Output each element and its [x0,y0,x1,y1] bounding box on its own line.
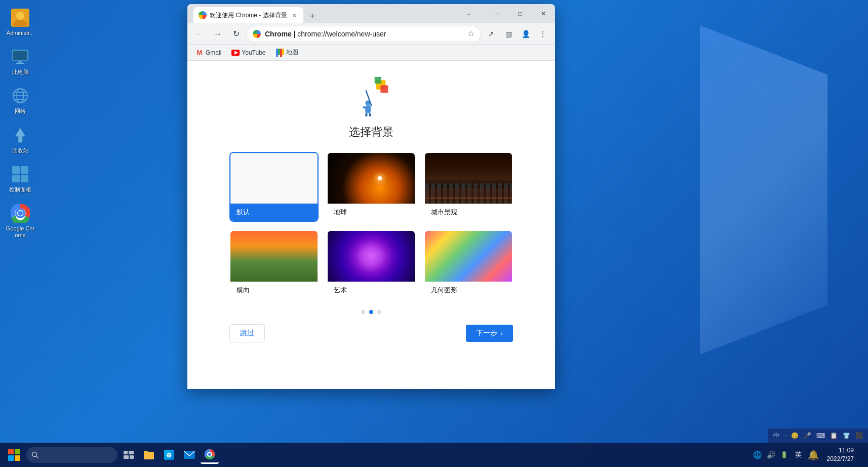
desktop-icon-control[interactable]: 控制面板 [2,162,38,196]
ime-keyboard[interactable]: ⌨ [814,431,827,440]
skip-button[interactable]: 跳过 [229,324,265,342]
desktop-icon-chrome[interactable]: Google Chrome [2,201,38,241]
share-button[interactable]: ↗ [483,26,499,42]
ime-emoji[interactable]: 😊 [789,431,801,440]
svg-rect-13 [21,166,28,174]
bg-label-default: 默认 [230,204,318,221]
profile-button[interactable]: 👤 [518,26,534,42]
chrome-desktop-icon [10,203,30,223]
bg-card-landscape[interactable]: 横向 [229,230,319,300]
store-button[interactable]: ⊕ [160,446,178,464]
chrome-taskbar-button[interactable] [201,446,219,464]
desktop-icon-computer[interactable]: 此电脑 [2,44,38,78]
bg-card-geo[interactable]: 几何图形 [424,230,513,300]
bookmark-star-icon[interactable]: ☆ [467,29,475,38]
url-display: Chrome | chrome://welcome/new-user [265,30,463,38]
ime-shirt[interactable]: 👕 [841,431,852,440]
search-icon [31,451,38,458]
volume-tray-icon[interactable]: 🔊 [766,450,776,460]
start-button[interactable] [4,445,24,465]
computer-label: 此电脑 [12,69,29,75]
file-explorer-button[interactable] [140,446,158,464]
bg-label-geo: 几何图形 [425,282,512,299]
bg-thumb-earth [328,153,415,204]
active-tab[interactable]: 欢迎使用 Chrome - 选择背景 ✕ [193,7,303,23]
svg-rect-23 [276,49,278,57]
notification-icon[interactable]: 🔔 [806,449,821,460]
bg-thumb-art [328,231,415,282]
recycle-label: 回收站 [12,147,29,154]
page-illustration [346,71,397,116]
bg-label-earth: 地球 [328,204,415,221]
svg-rect-43 [124,451,128,454]
bg-card-city[interactable]: 城市景观 [424,152,513,222]
desktop: Administr... 此电脑 [0,0,868,467]
svg-rect-15 [21,175,28,182]
tab-close-button[interactable]: ✕ [290,11,298,19]
bookmark-maps[interactable]: 地图 [272,46,302,59]
svg-rect-40 [15,455,20,461]
bookmark-gmail[interactable]: M Gmail [191,47,225,59]
back-button[interactable]: ← [191,26,208,42]
bookmark-youtube[interactable]: YouTube [227,47,269,59]
desktop-icon-recycle[interactable]: 回收站 [2,123,38,157]
task-view-button[interactable] [120,446,138,464]
bg-thumb-landscape [230,231,318,282]
ime-mic[interactable]: 🎤 [802,431,813,440]
next-button[interactable]: 下一步 › [466,325,513,342]
clock-date: 2022/7/27 [827,455,854,463]
ime-dot[interactable]: · [782,431,788,440]
minimize-button[interactable]: ─ [485,4,508,23]
ime-settings[interactable]: ⬛ [853,431,865,440]
windows-bg-decoration [686,25,827,355]
pagination-dot-3[interactable] [377,310,381,314]
svg-rect-47 [144,453,154,459]
taskbar-search[interactable] [26,447,117,463]
svg-rect-5 [18,61,22,63]
close-button[interactable]: ✕ [532,4,555,23]
forward-button[interactable]: → [210,26,226,42]
svg-rect-37 [8,449,14,454]
pagination-dots [361,310,381,314]
svg-rect-39 [8,455,14,461]
svg-rect-25 [280,49,282,57]
menu-button[interactable]: ⋮ [535,26,551,42]
toolbar-actions: ↗ ▥ 👤 ⋮ [483,26,551,42]
svg-rect-14 [12,175,20,182]
desktop-icon-admin[interactable]: Administr... [2,5,38,39]
tab-dropdown-icon[interactable]: ⌄ [464,8,474,18]
page-content: 选择背景 默认 地球 [187,61,555,389]
desktop-icon-network[interactable]: 网络 [2,83,38,117]
control-icon [10,164,30,184]
address-bar[interactable]: Chrome | chrome://welcome/new-user ☆ [246,26,481,42]
sidebar-button[interactable]: ▥ [500,26,517,42]
ime-clipboard[interactable]: 📋 [828,431,840,440]
tab-bar: 欢迎使用 Chrome - 选择背景 ✕ + [191,7,320,23]
bg-card-default[interactable]: 默认 [229,152,319,222]
clock-time: 11:09 [839,446,854,455]
url-site-name: Chrome [265,30,292,38]
svg-rect-35 [380,85,388,93]
network-tray-icon[interactable]: 🌐 [752,450,763,460]
taskbar-clock[interactable]: 11:09 2022/7/27 [823,446,858,463]
url-path: chrome://welcome/new-user [297,30,386,38]
bg-label-city: 城市景观 [425,204,512,221]
bg-card-earth[interactable]: 地球 [327,152,416,222]
new-tab-button[interactable]: + [305,9,320,23]
pagination-dot-1[interactable] [361,310,365,314]
language-indicator[interactable]: 英 [793,450,804,459]
pagination-dot-2[interactable] [369,310,373,314]
svg-rect-31 [365,113,367,116]
svg-rect-26 [282,49,284,55]
recycle-icon [10,125,30,145]
bg-card-art[interactable]: 艺术 [327,230,416,300]
reload-button[interactable]: ↻ [228,26,244,42]
url-separator: | [292,30,297,38]
show-desktop-button[interactable] [860,445,864,465]
svg-rect-32 [369,113,371,116]
mail-button[interactable] [180,446,199,464]
background-grid: 默认 地球 城市景观 横向 [229,152,513,300]
maximize-button[interactable]: □ [508,4,532,23]
battery-tray-icon[interactable]: 🔋 [779,450,789,459]
ime-chinese[interactable]: 中 [771,431,781,441]
